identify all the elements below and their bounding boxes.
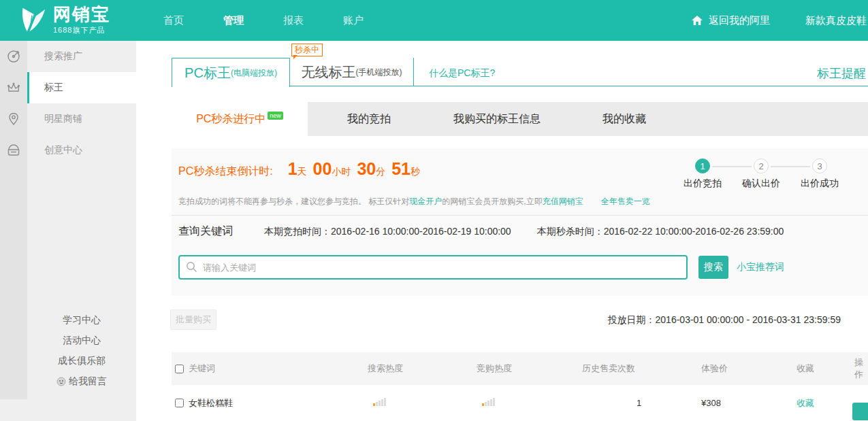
delivery-date-range: 投放日期：2016-03-01 00:00:00 - 2016-03-31 23… (608, 309, 841, 330)
sidebar-item-search-promotion[interactable]: 搜索推广 (0, 41, 136, 72)
countdown-seconds: 51 (391, 159, 411, 178)
sidebar-item-label: 明星商铺 (27, 103, 136, 135)
col-bid-heat: 竞购热度 (477, 363, 582, 375)
seckill-time: 本期秒杀时间：2016-02-22 10:00:00-2016-02-26 23… (537, 226, 784, 238)
wangxiaobao-logo[interactable]: 网销宝 1688旗下产品 (18, 5, 110, 35)
nav-item-home[interactable]: 首页 (163, 14, 184, 27)
sidebar-link-learning-center[interactable]: 学习中心 (27, 309, 136, 330)
sidebar-item-creative-center[interactable]: 创意中心 (0, 135, 136, 166)
nav-item-manage[interactable]: 管理 (223, 14, 244, 27)
face-icon (57, 373, 66, 393)
target-icon (0, 49, 27, 64)
what-is-pc-biaowang-link[interactable]: 什么是PC标王? (429, 67, 495, 80)
pin-icon (0, 112, 27, 127)
top-nav: 首页 管理 报表 账户 (163, 14, 364, 27)
main-content: PC标王(电脑端投放) 秒杀中 无线标王(手机端投放) 什么是PC标王? 标王提… (136, 41, 868, 421)
col-actions: 操作 (854, 356, 868, 381)
subtab-label: PC秒杀进行中 (196, 112, 266, 127)
tab-title: PC标王 (184, 64, 231, 82)
toolbar-row: 批量购买 投放日期：2016-03-01 00:00:00 - 2016-03-… (170, 309, 841, 330)
col-keyword: 关键词 (189, 363, 215, 375)
logo-title: 网销宝 (53, 5, 110, 23)
wangxiaobao-logo-icon (18, 7, 48, 34)
sidebar-link-growth-club[interactable]: 成长俱乐部 (27, 350, 136, 371)
crown-icon (0, 80, 27, 95)
search-row: 搜索 小宝推荐词 (178, 255, 784, 280)
promo-link[interactable]: 新款真皮皮鞋 (805, 14, 867, 27)
step-confirm: 2 确认出价 (732, 158, 790, 190)
subtab-purchased-biaowang-info[interactable]: 我购买的标王信息 (430, 102, 564, 136)
new-badge: new (268, 112, 283, 120)
step-number: 2 (754, 158, 769, 173)
yearly-sales-link[interactable]: 全年售卖一览 (601, 197, 650, 206)
countdown-minutes: 30 (357, 159, 376, 178)
seckill-note: 竞拍成功的词将不能再参与秒杀，建议您参与竞拍。 标王仅针对现金开户的网销宝会员开… (178, 196, 650, 207)
buy-button-partial[interactable] (852, 403, 868, 420)
favorite-link[interactable]: 收藏 (797, 398, 814, 408)
panel-divider (172, 215, 868, 216)
query-title: 查询关键词 (178, 224, 233, 239)
keyword-cell: 女鞋松糕鞋 (189, 397, 233, 409)
subtab-my-auctions[interactable]: 我的竞拍 (308, 102, 430, 136)
select-all-checkbox[interactable] (175, 365, 184, 373)
sidebar-link-activity-center[interactable]: 活动中心 (27, 330, 136, 350)
home-icon (691, 15, 703, 26)
subtab-pc-seckill-ongoing[interactable]: PC秒杀进行中 new (172, 102, 308, 136)
batch-buy-button[interactable]: 批量购买 (170, 309, 216, 330)
search-heat-bars (373, 398, 386, 406)
col-history-sold: 历史售卖次数 (582, 363, 701, 375)
sidebar-item-label: 搜索推广 (27, 41, 136, 72)
sold-count-cell: 1 (582, 398, 701, 408)
col-search-heat: 搜索热度 (368, 363, 477, 375)
step-label: 确认出价 (732, 178, 790, 190)
subtab-label: 我购买的标王信息 (453, 112, 541, 127)
auction-time: 本期竞拍时间：2016-02-16 10:00:00-2016-02-19 10… (264, 226, 511, 238)
step-label: 出价竞拍 (673, 178, 732, 190)
query-header: 查询关键词 本期竞拍时间：2016-02-16 10:00:00-2016-02… (178, 224, 784, 239)
sidebar-item-label: 创意中心 (27, 135, 136, 166)
tab-subtitle: (手机端投放) (356, 67, 402, 78)
logo-subtitle: 1688旗下产品 (53, 25, 110, 35)
biaowang-remind-link[interactable]: 标王提醒 (817, 65, 866, 82)
search-icon (186, 261, 197, 273)
countdown-days: 1 (288, 159, 298, 178)
search-button[interactable]: 搜索 (698, 256, 728, 279)
sidebar-link-leave-message[interactable]: 给我留言 (27, 371, 136, 393)
countdown-hours: 00 (313, 159, 332, 178)
cash-account-link[interactable]: 现金开户 (409, 197, 442, 206)
recharge-link[interactable]: 充值网销宝 (543, 197, 583, 206)
xiaobao-recommend-link[interactable]: 小宝推荐词 (737, 261, 784, 273)
back-to-ali-link[interactable]: 返回我的阿里 (691, 14, 770, 27)
tab-subtitle: (电脑端投放) (231, 67, 277, 79)
table-row: 女鞋松糕鞋 1 ¥308 收藏 (172, 385, 868, 421)
sidebar-item-biaowang[interactable]: 标王 (0, 72, 136, 103)
subtab-label: 我的收藏 (602, 112, 646, 127)
back-to-ali-label: 返回我的阿里 (709, 14, 770, 27)
sidebar-link-label: 给我留言 (69, 375, 107, 386)
step-number: 3 (812, 158, 827, 173)
table-header: 关键词 搜索热度 竞购热度 历史售卖次数 体验价 收藏 操作 (172, 352, 868, 385)
step-bid: 1 出价竞拍 (673, 158, 732, 190)
row-checkbox[interactable] (175, 399, 184, 407)
sidebar-item-label: 标王 (27, 72, 136, 103)
nav-item-account[interactable]: 账户 (343, 14, 364, 27)
bid-heat-bars (482, 398, 495, 406)
primary-tabbar: PC标王(电脑端投放) 秒杀中 无线标王(手机端投放) 什么是PC标王? 标王提… (172, 58, 868, 86)
step-success: 3 出价成功 (790, 158, 849, 190)
subtab-label: 我的竞拍 (347, 112, 391, 127)
tab-pc-biaowang[interactable]: PC标王(电脑端投放) (172, 58, 290, 87)
keyword-search-input[interactable] (178, 255, 688, 280)
tab-title: 无线标王 (302, 63, 356, 82)
col-favorite: 收藏 (797, 363, 854, 375)
nav-item-report[interactable]: 报表 (283, 14, 304, 27)
tab-wireless-biaowang[interactable]: 无线标王(手机端投放) (290, 58, 414, 86)
box-icon (0, 143, 27, 158)
countdown-label: PC秒杀结束倒计时: (178, 165, 273, 179)
subtab-my-favorites[interactable]: 我的收藏 (564, 102, 685, 136)
seckill-panel: PC秒杀结束倒计时: 1天00小时30分51秒 1 出价竞拍 2 确认出价 3 … (172, 148, 868, 296)
sidebar: 搜索推广 标王 明星商铺 创意中心 学习中心 活动中心 成长俱乐部 (0, 41, 136, 421)
countdown: PC秒杀结束倒计时: 1天00小时30分51秒 (178, 159, 426, 179)
sidebar-item-star-shop[interactable]: 明星商铺 (0, 103, 136, 135)
seckill-badge: 秒杀中 (291, 44, 323, 56)
sidebar-links: 学习中心 活动中心 成长俱乐部 给我留言 (27, 309, 136, 393)
